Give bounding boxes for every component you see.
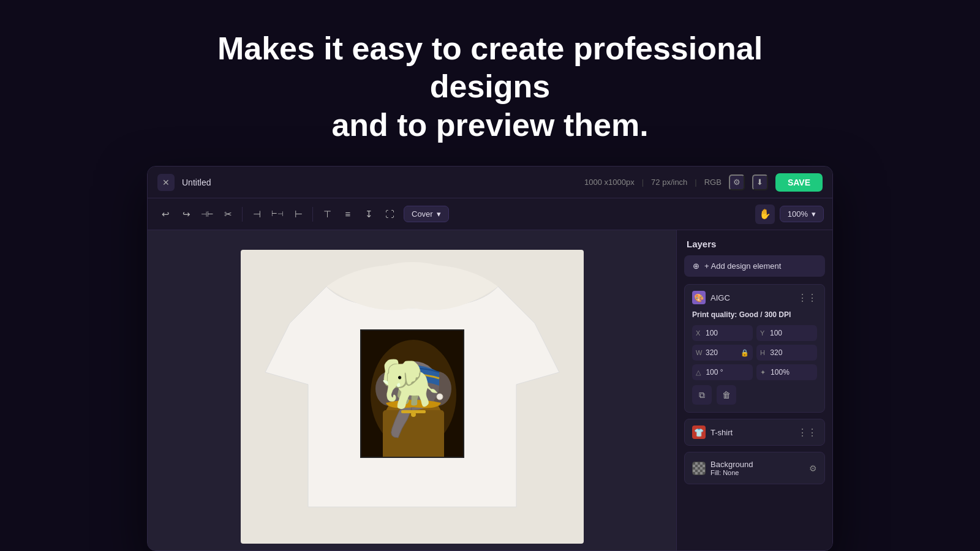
dpi-label: 72 px/inch xyxy=(651,178,687,187)
x-field-group: X xyxy=(692,325,753,341)
x-label: X xyxy=(692,329,703,337)
angle-opacity-fields: △ ✦ xyxy=(692,364,817,380)
settings-icon-button[interactable]: ⚙ xyxy=(729,174,745,190)
w-label: W xyxy=(692,349,703,356)
svg-point-9 xyxy=(403,383,405,384)
canvas-area[interactable] xyxy=(148,230,676,551)
align-bottom-button[interactable]: ↧ xyxy=(360,205,378,223)
app-window: ✕ Untitled 1000 x1000px | 72 px/inch | R… xyxy=(147,166,833,551)
toolbar-right: ✋ 100% ▾ xyxy=(755,204,824,224)
zoom-chevron-icon: ▾ xyxy=(812,209,816,219)
angle-field-group: △ xyxy=(692,364,753,380)
background-color-swatch[interactable] xyxy=(692,462,706,475)
wh-fields: W 🔒 H xyxy=(692,345,817,361)
tshirt-layer-name: T-shirt xyxy=(710,428,733,437)
background-settings-button[interactable]: ⚙ xyxy=(809,463,817,473)
h-input[interactable] xyxy=(767,345,817,361)
svg-point-4 xyxy=(388,361,439,410)
angle-label: △ xyxy=(692,369,703,377)
tshirt-layer-card: 👕 T-shirt ⋮⋮ xyxy=(684,419,825,446)
xy-fields: X Y xyxy=(692,325,817,341)
tshirt-mockup xyxy=(241,250,584,544)
aigc-layer-card: 🎨 AIGC ⋮⋮ Print quality: Good / 300 DPI … xyxy=(684,284,825,413)
aigc-layer-menu-button[interactable]: ⋮⋮ xyxy=(797,292,817,304)
w-field-group: W 🔒 xyxy=(692,345,753,361)
plus-icon: ⊕ xyxy=(693,261,699,271)
svg-point-10 xyxy=(437,394,443,400)
background-layer-row: Background Fill: None ⚙ xyxy=(692,460,817,476)
y-label: Y xyxy=(756,329,767,337)
aigc-layer-name: AIGC xyxy=(710,293,730,302)
zoom-value: 100% xyxy=(788,209,808,219)
save-button[interactable]: SAVE xyxy=(775,173,823,192)
redo-button[interactable]: ↪ xyxy=(177,205,195,223)
sep2: | xyxy=(695,178,696,187)
align-right-button[interactable]: ⊢ xyxy=(289,205,307,223)
aigc-layer-title: 🎨 AIGC xyxy=(692,291,730,304)
y-field-group: Y xyxy=(756,325,817,341)
undo-button[interactable]: ↩ xyxy=(156,205,175,223)
hero-section: Makes it easy to create professional des… xyxy=(141,0,839,166)
w-input[interactable] xyxy=(703,345,737,361)
tshirt-layer-header: 👕 T-shirt ⋮⋮ xyxy=(685,419,824,445)
delete-layer-button[interactable]: 🗑 xyxy=(717,385,736,405)
hand-tool-button[interactable]: ✋ xyxy=(755,204,775,224)
tshirt-layer-menu-button[interactable]: ⋮⋮ xyxy=(797,427,817,438)
svg-point-7 xyxy=(399,381,407,388)
svg-point-5 xyxy=(424,372,451,406)
download-button[interactable]: ⬇ xyxy=(752,174,768,190)
title-bar-left: ✕ Untitled xyxy=(157,174,211,191)
colormode-label: RGB xyxy=(704,178,722,187)
svg-point-6 xyxy=(375,372,402,406)
zoom-control[interactable]: 100% ▾ xyxy=(780,206,824,222)
align-center-h-button[interactable]: ⊢⊣ xyxy=(268,205,287,223)
tshirt-layer-icon: 👕 xyxy=(692,425,706,439)
background-layer-left: Background Fill: None xyxy=(692,460,753,476)
opacity-label: ✦ xyxy=(756,369,768,377)
opacity-field-group: ✦ xyxy=(756,364,817,380)
align-top-button[interactable]: ⊤ xyxy=(318,205,336,223)
add-design-element-button[interactable]: ⊕ + Add design element xyxy=(684,255,825,277)
angle-input[interactable] xyxy=(703,364,753,380)
sep1: | xyxy=(642,178,644,187)
layers-panel: Layers ⊕ + Add design element 🎨 AIGC ⋮⋮ … xyxy=(676,230,832,551)
toolbar-separator-2 xyxy=(312,207,313,222)
aigc-layer-body: Print quality: Good / 300 DPI X Y xyxy=(685,310,824,412)
chevron-down-icon: ▾ xyxy=(437,209,441,219)
background-info: Background Fill: None xyxy=(710,460,753,476)
cover-dropdown[interactable]: Cover ▾ xyxy=(404,206,449,222)
duplicate-layer-button[interactable]: ⧉ xyxy=(692,385,712,405)
svg-point-12 xyxy=(411,412,416,417)
opacity-input[interactable] xyxy=(768,364,817,380)
tshirt-layer-title: 👕 T-shirt xyxy=(692,425,733,439)
background-layer-card: Background Fill: None ⚙ xyxy=(684,452,825,484)
reset-button[interactable]: ⊣⊢ xyxy=(198,205,216,223)
x-input[interactable] xyxy=(703,325,753,341)
background-layer-name: Background xyxy=(710,460,753,469)
aspect-ratio-button[interactable]: ⛶ xyxy=(380,205,399,223)
title-bar: ✕ Untitled 1000 x1000px | 72 px/inch | R… xyxy=(148,167,832,198)
lock-icon[interactable]: 🔒 xyxy=(737,349,753,357)
svg-point-8 xyxy=(401,383,405,386)
y-input[interactable] xyxy=(767,325,817,341)
title-bar-right: 1000 x1000px | 72 px/inch | RGB ⚙ ⬇ SAVE xyxy=(584,173,823,192)
align-middle-button[interactable]: ≡ xyxy=(339,205,357,223)
main-content: Layers ⊕ + Add design element 🎨 AIGC ⋮⋮ … xyxy=(148,230,832,551)
panel-header: Layers xyxy=(677,230,832,255)
ai-art-overlay xyxy=(360,329,464,458)
close-button[interactable]: ✕ xyxy=(157,174,175,191)
elephant-art xyxy=(361,331,463,457)
h-label: H xyxy=(756,349,767,356)
cover-label: Cover xyxy=(412,209,433,219)
align-left-button[interactable]: ⊣ xyxy=(247,205,266,223)
crop-button[interactable]: ✂ xyxy=(219,205,237,223)
hero-title-line2: and to preview them. xyxy=(331,107,648,143)
hero-title-line1: Makes it easy to create professional des… xyxy=(217,31,763,104)
background-fill-label: Fill: None xyxy=(710,469,753,476)
layer-actions: ⧉ 🗑 xyxy=(692,385,817,405)
resolution-label: 1000 x1000px xyxy=(584,178,635,187)
print-quality-label: Print quality: Good / 300 DPI xyxy=(692,310,817,319)
toolbar-separator-1 xyxy=(242,207,243,222)
aigc-layer-header: 🎨 AIGC ⋮⋮ xyxy=(685,285,824,310)
aigc-layer-icon: 🎨 xyxy=(692,291,706,304)
